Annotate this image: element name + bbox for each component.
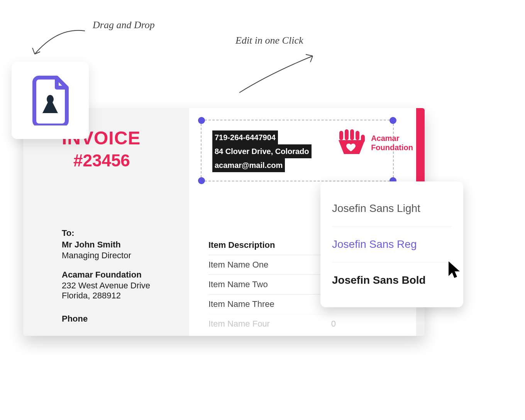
font-option-bold[interactable]: Josefin Sans Bold [332, 262, 452, 298]
table-header-row: Item Description Qty [208, 235, 336, 255]
annotation-drag: Drag and Drop [93, 19, 155, 31]
phone-label: Phone [62, 314, 174, 324]
svg-rect-3 [350, 129, 354, 140]
hand-heart-icon [337, 129, 367, 156]
item-name: Item Name Four [208, 319, 270, 329]
to-role: Managing Director [62, 251, 174, 261]
table-row[interactable]: Item Name Two 0 [208, 274, 336, 294]
to-addr2: Florida, 288912 [62, 291, 174, 301]
to-org: Acamar Foundation [62, 270, 174, 280]
resize-handle-tl[interactable] [198, 117, 205, 124]
col-description: Item Description [208, 240, 275, 250]
to-name: Mr John Smith [62, 240, 174, 250]
contact-email: acamar@mail.com [212, 158, 285, 172]
to-label: To: [62, 228, 174, 238]
to-addr1: 232 West Avenue Drive [62, 281, 174, 291]
accent-stripe [416, 108, 425, 189]
brand-line2: Foundation [371, 143, 413, 152]
svg-rect-2 [345, 129, 349, 140]
pdf-file-icon [29, 75, 71, 125]
font-option-light[interactable]: Josefin Sans Light [332, 191, 452, 227]
table-row[interactable]: Item Name Four 0 [208, 314, 336, 334]
contact-phone: 719-264-6447904 [212, 130, 278, 144]
item-name: Item Name One [208, 260, 268, 270]
table-row[interactable]: Item Name One 0 [208, 255, 336, 274]
font-option-regular[interactable]: Josefin Sans Reg [332, 227, 452, 262]
item-name: Item Name Three [208, 299, 274, 309]
resize-handle-tr[interactable] [390, 117, 396, 124]
svg-rect-4 [356, 131, 359, 140]
items-table[interactable]: Item Description Qty Item Name One 0 Ite… [208, 235, 336, 334]
table-row[interactable]: Item Name Three 0 [208, 294, 336, 314]
contact-address: 84 Clover Drive, Colorado [212, 144, 312, 158]
brand-block[interactable]: Acamar Foundation [337, 129, 413, 156]
svg-point-0 [47, 95, 54, 103]
invoice-left-panel: INVOICE #23456 To: Mr John Smith Managin… [23, 108, 189, 336]
arrow-drag [27, 23, 89, 62]
font-picker-popup: Josefin Sans Light Josefin Sans Reg Jose… [320, 181, 463, 307]
recipient-block[interactable]: To: Mr John Smith Managing Director Acam… [62, 228, 174, 324]
invoice-number[interactable]: #23456 [73, 151, 174, 170]
contact-text-block[interactable]: 719-264-6447904 84 Clover Drive, Colorad… [212, 130, 312, 172]
annotation-edit: Edit in one Click [235, 35, 303, 46]
brand-line1: Acamar [371, 134, 413, 143]
cursor-icon [448, 261, 462, 279]
item-name: Item Name Two [208, 279, 268, 290]
file-drop-tile[interactable] [12, 62, 89, 139]
resize-handle-bl[interactable] [198, 177, 205, 184]
svg-rect-1 [339, 131, 343, 140]
item-qty: 0 [313, 319, 336, 329]
arrow-edit [235, 50, 320, 97]
